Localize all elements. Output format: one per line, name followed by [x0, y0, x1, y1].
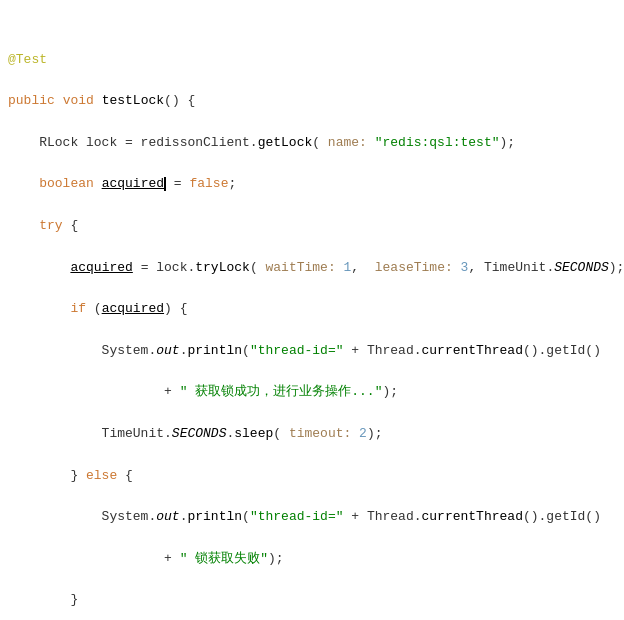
- line-close-else: }: [0, 590, 624, 611]
- line-sysout1: System.out.println("thread-id=" + Thread…: [0, 341, 624, 362]
- line-trylock: acquired = lock.tryLock( waitTime: 1, le…: [0, 258, 624, 279]
- line-sysout1b: + " 获取锁成功，进行业务操作...");: [0, 382, 624, 403]
- line-boolean: boolean acquired = false;: [0, 174, 624, 195]
- line-sysout2b: + " 锁获取失败");: [0, 549, 624, 570]
- line-if-acquired: if (acquired) {: [0, 299, 624, 320]
- line-sysout2: System.out.println("thread-id=" + Thread…: [0, 507, 624, 528]
- line-annotation: @Test: [0, 50, 624, 71]
- line-sleep: TimeUnit.SECONDS.sleep( timeout: 2);: [0, 424, 624, 445]
- line-method-sig: public void testLock() {: [0, 91, 624, 112]
- line-rlock: RLock lock = redissonClient.getLock( nam…: [0, 133, 624, 154]
- line-else: } else {: [0, 466, 624, 487]
- line-try: try {: [0, 216, 624, 237]
- code-editor: @Test public void testLock() { RLock loc…: [0, 0, 624, 620]
